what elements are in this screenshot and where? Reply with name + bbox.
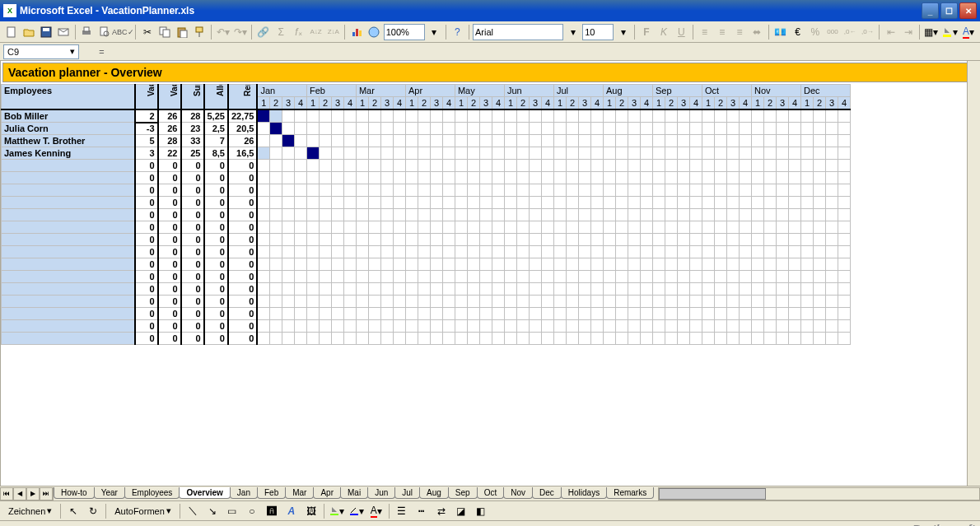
calendar-cell[interactable] [356,109,368,123]
calendar-cell[interactable] [529,135,541,147]
calendar-cell[interactable] [578,258,590,271]
calendar-cell[interactable] [479,184,492,197]
calendar-cell[interactable] [356,271,368,283]
calendar-cell[interactable] [800,271,813,283]
calendar-cell[interactable] [702,160,714,172]
calendar-cell[interactable] [776,123,788,135]
calendar-cell[interactable] [800,258,813,271]
calendar-cell[interactable] [282,135,294,147]
select-objects-button[interactable]: ↖ [64,502,82,520]
calendar-cell[interactable] [269,283,282,296]
function-button[interactable]: fₓ [291,23,306,41]
calendar-cell[interactable] [529,246,541,258]
calendar-cell[interactable] [689,160,702,172]
calendar-cell[interactable] [492,184,504,197]
calendar-cell[interactable] [356,160,368,172]
calendar-cell[interactable] [492,234,504,246]
calendar-cell[interactable] [776,147,788,160]
calendar-cell[interactable] [615,258,628,271]
calendar-cell[interactable] [566,308,578,320]
calendar-cell[interactable] [726,197,739,209]
calendar-cell[interactable] [739,308,751,320]
calendar-cell[interactable] [813,333,825,345]
calendar-cell[interactable] [479,271,492,283]
calendar-cell[interactable] [788,209,800,221]
calendar-cell[interactable] [319,109,331,123]
value-cell[interactable]: 25 [181,147,204,160]
calendar-cell[interactable] [739,333,751,345]
calendar-cell[interactable] [751,333,763,345]
print-button[interactable] [79,23,95,41]
calendar-cell[interactable] [665,221,677,234]
calendar-cell[interactable] [553,147,566,160]
sheet-tab-jun[interactable]: Jun [367,487,395,499]
value-cell[interactable]: 0 [181,333,204,345]
calendar-cell[interactable] [800,308,813,320]
calendar-cell[interactable] [590,271,603,283]
calendar-cell[interactable] [380,197,393,209]
textbox-button[interactable]: 🅰 [263,502,281,520]
calendar-cell[interactable] [516,135,529,147]
sheet-tab-aug[interactable]: Aug [419,487,449,499]
calendar-cell[interactable] [763,246,776,258]
calendar-cell[interactable] [776,333,788,345]
calendar-cell[interactable] [442,221,455,234]
calendar-cell[interactable] [825,135,838,147]
calendar-cell[interactable] [257,172,269,184]
calendar-cell[interactable] [628,147,640,160]
calendar-cell[interactable] [566,172,578,184]
font-combo[interactable] [473,24,563,40]
calendar-cell[interactable] [269,296,282,308]
calendar-cell[interactable] [529,320,541,333]
calendar-cell[interactable] [356,333,368,345]
autosum-button[interactable]: Σ [273,23,288,41]
calendar-cell[interactable] [257,221,269,234]
calendar-cell[interactable] [380,209,393,221]
calendar-cell[interactable] [541,197,553,209]
calendar-cell[interactable] [418,246,430,258]
calendar-cell[interactable] [319,160,331,172]
calendar-cell[interactable] [368,246,380,258]
calendar-cell[interactable] [838,221,850,234]
calendar-cell[interactable] [677,308,689,320]
value-cell[interactable]: 28 [181,109,204,123]
calendar-cell[interactable] [368,258,380,271]
calendar-cell[interactable] [380,296,393,308]
calendar-cell[interactable] [306,135,319,147]
calendar-cell[interactable] [702,283,714,296]
calendar-cell[interactable] [331,109,343,123]
calendar-cell[interactable] [763,271,776,283]
calendar-cell[interactable] [405,221,418,234]
calendar-cell[interactable] [356,184,368,197]
calendar-cell[interactable] [566,184,578,197]
value-cell[interactable]: 0 [135,283,158,296]
calendar-cell[interactable] [331,283,343,296]
value-cell[interactable]: 0 [204,320,228,333]
name-box[interactable]: C9 ▾ [3,44,79,59]
calendar-cell[interactable] [578,109,590,123]
calendar-cell[interactable] [603,123,615,135]
calendar-cell[interactable] [380,320,393,333]
calendar-cell[interactable] [257,271,269,283]
calendar-cell[interactable] [739,123,751,135]
calendar-cell[interactable] [492,147,504,160]
calendar-cell[interactable] [689,283,702,296]
calendar-cell[interactable] [380,160,393,172]
dec-indent-button[interactable]: ⇤ [883,23,898,41]
calendar-cell[interactable] [640,123,652,135]
calendar-cell[interactable] [751,308,763,320]
calendar-cell[interactable] [800,197,813,209]
calendar-cell[interactable] [714,109,726,123]
calendar-cell[interactable] [529,109,541,123]
calendar-cell[interactable] [257,109,269,123]
calendar-cell[interactable] [319,209,331,221]
calendar-cell[interactable] [702,184,714,197]
calendar-cell[interactable] [714,234,726,246]
calendar-cell[interactable] [529,172,541,184]
calendar-cell[interactable] [578,234,590,246]
paste-button[interactable] [175,23,190,41]
calendar-cell[interactable] [319,172,331,184]
calendar-cell[interactable] [652,333,665,345]
calendar-cell[interactable] [578,271,590,283]
calendar-cell[interactable] [566,221,578,234]
